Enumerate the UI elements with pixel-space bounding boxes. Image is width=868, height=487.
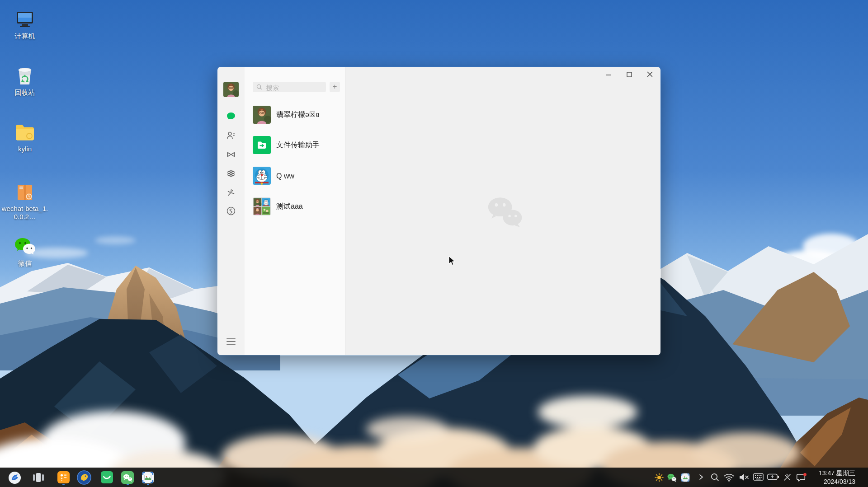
- tray-keyboard[interactable]: [753, 473, 764, 483]
- desktop-icon-wechat-package[interactable]: wechat-beta_1.0.0.2…: [0, 183, 50, 221]
- sun-icon: [654, 473, 664, 482]
- sparkle-tab-icon[interactable]: [226, 187, 236, 198]
- desktop-icon-label: kylin: [0, 145, 50, 153]
- desktop-icon-label: 回收站: [0, 89, 50, 97]
- clock-time: 13:47 星期三: [819, 469, 855, 478]
- chats-tab-icon[interactable]: [226, 111, 236, 122]
- start-menu-icon: [8, 471, 21, 484]
- notification-bubble-icon: [796, 473, 807, 482]
- search-box[interactable]: [253, 82, 326, 92]
- wechat-window: + 翡翠柠檬ə☒ɞ 文件传输助手 Q ww: [217, 66, 661, 356]
- chevron-right-icon: [698, 473, 705, 481]
- miniapps-tab-icon[interactable]: [226, 168, 236, 179]
- running-indicator: [127, 484, 129, 485]
- window-controls: [605, 71, 653, 78]
- tray-wechat[interactable]: [666, 472, 677, 485]
- tray-brightness[interactable]: [654, 473, 664, 484]
- task-view-icon: [33, 472, 44, 483]
- conversation-panel: [345, 67, 660, 355]
- collections-tab-icon[interactable]: [226, 149, 236, 160]
- cross-utility-icon: [783, 473, 792, 482]
- screenshot-app-icon: [142, 471, 154, 484]
- tray-expand[interactable]: [698, 473, 705, 483]
- chat-row[interactable]: 文件传输助手: [245, 130, 345, 160]
- user-avatar[interactable]: [223, 82, 239, 97]
- chat-row[interactable]: Q ww: [245, 161, 345, 191]
- search-icon: [256, 84, 262, 90]
- desktop-icon-label: wechat-beta_1.0.0.2…: [0, 205, 50, 221]
- close-button[interactable]: [646, 71, 653, 78]
- desktop-icon-wechat[interactable]: 微信: [0, 237, 50, 267]
- wifi-icon: [723, 473, 735, 482]
- menu-hamburger[interactable]: [226, 338, 236, 345]
- software-center-icon: [77, 470, 91, 485]
- running-indicator: [147, 484, 149, 485]
- miniprogram-circle-icon[interactable]: [226, 206, 236, 216]
- screenshot-tray-icon: [681, 473, 690, 482]
- package-icon: [15, 183, 35, 202]
- folder-icon: [14, 123, 36, 143]
- wechat-icon: [14, 237, 36, 257]
- battery-charging-icon: [767, 473, 779, 481]
- chat-list-panel: + 翡翠柠檬ə☒ɞ 文件传输助手 Q ww: [245, 67, 345, 355]
- chat-name: 文件传输助手: [276, 130, 320, 160]
- search-icon: [710, 472, 720, 482]
- tray-search[interactable]: [710, 472, 720, 484]
- computer-icon: [14, 9, 35, 30]
- tray-screenshot[interactable]: [681, 473, 690, 484]
- chat-avatar: [253, 167, 271, 185]
- chat-avatar: [253, 106, 271, 124]
- taskbar-app-assistant[interactable]: [101, 471, 113, 485]
- taskbar-app-filemanager[interactable]: [57, 471, 70, 485]
- clock-date: 2024/03/13: [819, 478, 855, 486]
- chat-name: 测试aaa: [276, 192, 303, 222]
- tray-bluetooth-off[interactable]: [783, 473, 792, 484]
- desktop-icon-label: 计算机: [0, 32, 50, 40]
- volume-mute-icon: [738, 473, 750, 482]
- desktop-icon-computer[interactable]: 计算机: [0, 9, 50, 40]
- running-indicator: [62, 484, 65, 485]
- keyboard-icon: [753, 473, 764, 481]
- file-transfer-avatar: [253, 136, 271, 154]
- search-input[interactable]: [265, 82, 325, 93]
- task-view-button[interactable]: [33, 472, 44, 485]
- tray-battery[interactable]: [767, 473, 779, 482]
- wechat-logo-watermark: [487, 196, 524, 230]
- chat-row[interactable]: 测试aaa: [245, 192, 345, 222]
- desktop-screen: 计算机 回收站 kylin wech: [0, 0, 868, 487]
- mouse-cursor: [448, 256, 458, 268]
- chat-name: Q ww: [276, 161, 294, 191]
- desktop-icon-kylin-folder[interactable]: kylin: [0, 123, 50, 153]
- chat-name: 翡翠柠檬ə☒ɞ: [276, 100, 319, 130]
- recycle-bin-icon: [14, 66, 35, 86]
- wechat-taskbar-icon: [121, 471, 134, 484]
- chat-row[interactable]: 翡翠柠檬ə☒ɞ: [245, 100, 345, 130]
- contacts-tab-icon[interactable]: [226, 130, 236, 141]
- group-avatar: [253, 197, 271, 215]
- taskbar-clock[interactable]: 13:47 星期三 2024/03/13: [819, 469, 855, 486]
- start-menu-button[interactable]: [8, 471, 21, 486]
- tray-volume-muted[interactable]: [738, 473, 750, 484]
- add-chat-button[interactable]: +: [330, 82, 340, 92]
- desktop-icon-label: 微信: [0, 259, 50, 267]
- maximize-button[interactable]: [626, 71, 632, 78]
- notification-badge: [803, 473, 807, 476]
- wechat-tray-icon: [666, 472, 677, 483]
- taskbar-app-software-center[interactable]: [77, 470, 91, 487]
- wechat-nav-rail: [217, 67, 245, 355]
- green-app-icon: [101, 471, 113, 483]
- tray-wifi[interactable]: [723, 473, 735, 484]
- orange-app-icon: [57, 471, 70, 483]
- taskbar: 13:47 星期三 2024/03/13: [0, 468, 868, 487]
- desktop-icon-recycle-bin[interactable]: 回收站: [0, 66, 50, 97]
- tray-notification-center[interactable]: [796, 473, 807, 484]
- minimize-button[interactable]: [605, 71, 612, 78]
